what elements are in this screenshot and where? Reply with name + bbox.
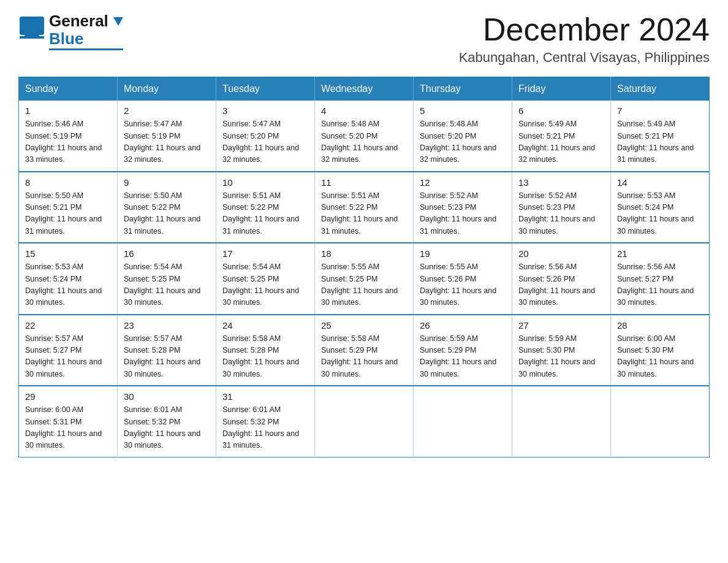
day-number: 4 <box>321 105 407 116</box>
day-number: 5 <box>420 105 506 116</box>
calendar-table: Sunday Monday Tuesday Wednesday Thursday… <box>18 77 710 458</box>
col-thursday: Thursday <box>414 77 512 101</box>
logo-arrow-icon <box>113 17 123 27</box>
day-number: 23 <box>124 320 210 331</box>
day-number: 7 <box>617 105 703 116</box>
day-number: 14 <box>617 177 703 188</box>
day-number: 1 <box>25 105 111 116</box>
calendar-cell: 24Sunrise: 5:58 AMSunset: 5:28 PMDayligh… <box>216 315 315 386</box>
day-number: 6 <box>518 105 604 116</box>
svg-marker-3 <box>113 17 123 26</box>
day-number: 3 <box>222 105 308 116</box>
calendar-cell: 2Sunrise: 5:47 AMSunset: 5:19 PMDaylight… <box>118 101 216 172</box>
calendar-cell: 4Sunrise: 5:48 AMSunset: 5:20 PMDaylight… <box>315 101 414 172</box>
calendar-cell: 15Sunrise: 5:53 AMSunset: 5:24 PMDayligh… <box>19 243 118 315</box>
calendar-cell: 1Sunrise: 5:46 AMSunset: 5:19 PMDaylight… <box>19 101 118 172</box>
day-number: 12 <box>420 177 506 188</box>
logo-general-text: General <box>49 12 108 30</box>
logo-icon <box>18 15 45 47</box>
day-number: 10 <box>222 177 308 188</box>
day-number: 28 <box>617 320 703 331</box>
day-info: Sunrise: 5:52 AMSunset: 5:23 PMDaylight:… <box>420 190 506 238</box>
header-right: December 2024 Kabungahan, Central Visaya… <box>459 12 710 66</box>
calendar-cell: 19Sunrise: 5:55 AMSunset: 5:26 PMDayligh… <box>414 243 512 315</box>
day-info: Sunrise: 5:55 AMSunset: 5:26 PMDaylight:… <box>420 261 506 309</box>
day-number: 24 <box>222 320 308 331</box>
day-number: 13 <box>518 177 604 188</box>
day-info: Sunrise: 5:48 AMSunset: 5:20 PMDaylight:… <box>321 118 407 166</box>
calendar-cell: 3Sunrise: 5:47 AMSunset: 5:20 PMDaylight… <box>216 101 315 172</box>
day-number: 25 <box>321 320 407 331</box>
logo: General Blue <box>18 12 123 50</box>
calendar-cell: 29Sunrise: 6:00 AMSunset: 5:31 PMDayligh… <box>19 386 118 457</box>
day-number: 9 <box>124 177 210 188</box>
calendar-cell: 14Sunrise: 5:53 AMSunset: 5:24 PMDayligh… <box>611 172 710 243</box>
day-number: 31 <box>222 391 308 402</box>
day-info: Sunrise: 6:01 AMSunset: 5:32 PMDaylight:… <box>124 404 210 452</box>
calendar-week-3: 15Sunrise: 5:53 AMSunset: 5:24 PMDayligh… <box>19 243 710 315</box>
day-number: 22 <box>25 320 111 331</box>
calendar-header-row: Sunday Monday Tuesday Wednesday Thursday… <box>19 77 710 101</box>
calendar-week-5: 29Sunrise: 6:00 AMSunset: 5:31 PMDayligh… <box>19 386 710 457</box>
day-number: 29 <box>25 391 111 402</box>
day-info: Sunrise: 5:59 AMSunset: 5:30 PMDaylight:… <box>518 333 604 381</box>
day-info: Sunrise: 5:55 AMSunset: 5:25 PMDaylight:… <box>321 261 407 309</box>
day-number: 8 <box>25 177 111 188</box>
calendar-cell: 31Sunrise: 6:01 AMSunset: 5:32 PMDayligh… <box>216 386 315 457</box>
calendar-cell: 28Sunrise: 6:00 AMSunset: 5:30 PMDayligh… <box>611 315 710 386</box>
day-number: 27 <box>518 320 604 331</box>
day-number: 20 <box>518 248 604 259</box>
day-number: 2 <box>124 105 210 116</box>
calendar-cell: 17Sunrise: 5:54 AMSunset: 5:25 PMDayligh… <box>216 243 315 315</box>
day-info: Sunrise: 5:58 AMSunset: 5:28 PMDaylight:… <box>222 333 308 381</box>
day-info: Sunrise: 5:48 AMSunset: 5:20 PMDaylight:… <box>420 118 506 166</box>
day-info: Sunrise: 5:57 AMSunset: 5:27 PMDaylight:… <box>25 333 111 381</box>
calendar-cell <box>315 386 414 457</box>
col-wednesday: Wednesday <box>315 77 414 101</box>
day-info: Sunrise: 5:51 AMSunset: 5:22 PMDaylight:… <box>321 190 407 238</box>
day-number: 19 <box>420 248 506 259</box>
col-monday: Monday <box>118 77 216 101</box>
day-number: 11 <box>321 177 407 188</box>
calendar-cell: 11Sunrise: 5:51 AMSunset: 5:22 PMDayligh… <box>315 172 414 243</box>
calendar-cell: 21Sunrise: 5:56 AMSunset: 5:27 PMDayligh… <box>611 243 710 315</box>
day-info: Sunrise: 5:59 AMSunset: 5:29 PMDaylight:… <box>420 333 506 381</box>
calendar-cell: 12Sunrise: 5:52 AMSunset: 5:23 PMDayligh… <box>414 172 512 243</box>
col-saturday: Saturday <box>611 77 710 101</box>
day-info: Sunrise: 5:47 AMSunset: 5:20 PMDaylight:… <box>222 118 308 166</box>
calendar-cell: 13Sunrise: 5:52 AMSunset: 5:23 PMDayligh… <box>512 172 611 243</box>
day-info: Sunrise: 5:53 AMSunset: 5:24 PMDaylight:… <box>617 190 703 238</box>
calendar-cell <box>611 386 710 457</box>
calendar-cell: 27Sunrise: 5:59 AMSunset: 5:30 PMDayligh… <box>512 315 611 386</box>
calendar-cell: 25Sunrise: 5:58 AMSunset: 5:29 PMDayligh… <box>315 315 414 386</box>
calendar-cell: 30Sunrise: 6:01 AMSunset: 5:32 PMDayligh… <box>118 386 216 457</box>
day-number: 18 <box>321 248 407 259</box>
calendar-cell: 6Sunrise: 5:49 AMSunset: 5:21 PMDaylight… <box>512 101 611 172</box>
day-info: Sunrise: 5:50 AMSunset: 5:22 PMDaylight:… <box>124 190 210 238</box>
calendar-cell: 20Sunrise: 5:56 AMSunset: 5:26 PMDayligh… <box>512 243 611 315</box>
day-info: Sunrise: 6:00 AMSunset: 5:30 PMDaylight:… <box>617 333 703 381</box>
col-sunday: Sunday <box>19 77 118 101</box>
calendar-cell: 18Sunrise: 5:55 AMSunset: 5:25 PMDayligh… <box>315 243 414 315</box>
day-info: Sunrise: 5:46 AMSunset: 5:19 PMDaylight:… <box>25 118 111 166</box>
location-title: Kabungahan, Central Visayas, Philippines <box>459 50 710 66</box>
calendar-cell: 7Sunrise: 5:49 AMSunset: 5:21 PMDaylight… <box>611 101 710 172</box>
day-info: Sunrise: 5:56 AMSunset: 5:27 PMDaylight:… <box>617 261 703 309</box>
day-info: Sunrise: 5:58 AMSunset: 5:29 PMDaylight:… <box>321 333 407 381</box>
calendar-cell: 16Sunrise: 5:54 AMSunset: 5:25 PMDayligh… <box>118 243 216 315</box>
calendar-cell: 10Sunrise: 5:51 AMSunset: 5:22 PMDayligh… <box>216 172 315 243</box>
calendar-week-1: 1Sunrise: 5:46 AMSunset: 5:19 PMDaylight… <box>19 101 710 172</box>
day-number: 17 <box>222 248 308 259</box>
day-info: Sunrise: 5:51 AMSunset: 5:22 PMDaylight:… <box>222 190 308 238</box>
day-info: Sunrise: 5:53 AMSunset: 5:24 PMDaylight:… <box>25 261 111 309</box>
day-info: Sunrise: 6:01 AMSunset: 5:32 PMDaylight:… <box>222 404 308 452</box>
day-number: 21 <box>617 248 703 259</box>
calendar-body: 1Sunrise: 5:46 AMSunset: 5:19 PMDaylight… <box>19 101 710 457</box>
col-tuesday: Tuesday <box>216 77 315 101</box>
calendar-cell: 22Sunrise: 5:57 AMSunset: 5:27 PMDayligh… <box>19 315 118 386</box>
calendar-cell: 26Sunrise: 5:59 AMSunset: 5:29 PMDayligh… <box>414 315 512 386</box>
calendar-cell: 5Sunrise: 5:48 AMSunset: 5:20 PMDaylight… <box>414 101 512 172</box>
day-info: Sunrise: 5:57 AMSunset: 5:28 PMDaylight:… <box>124 333 210 381</box>
day-number: 30 <box>124 391 210 402</box>
page-header: General Blue December 2024 Kabungahan, C… <box>18 12 710 66</box>
